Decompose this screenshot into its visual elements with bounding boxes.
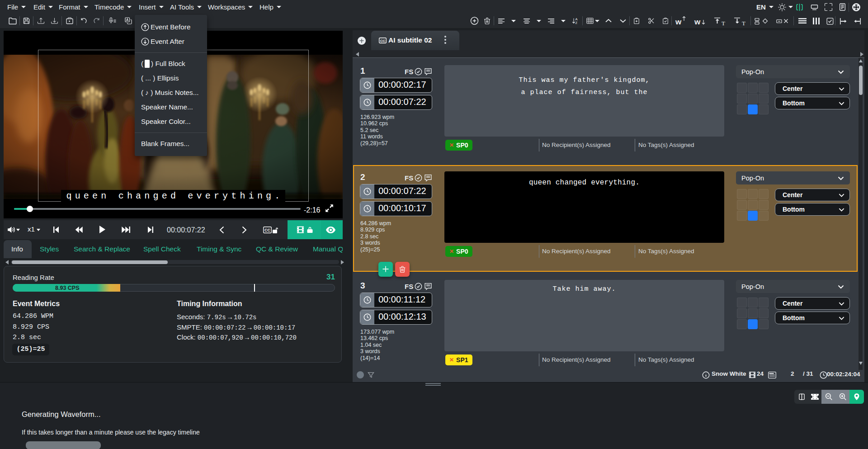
svg-text:CC: CC [380, 39, 386, 43]
svg-text:Z: Z [576, 21, 578, 25]
svg-text:CC: CC [264, 228, 270, 232]
